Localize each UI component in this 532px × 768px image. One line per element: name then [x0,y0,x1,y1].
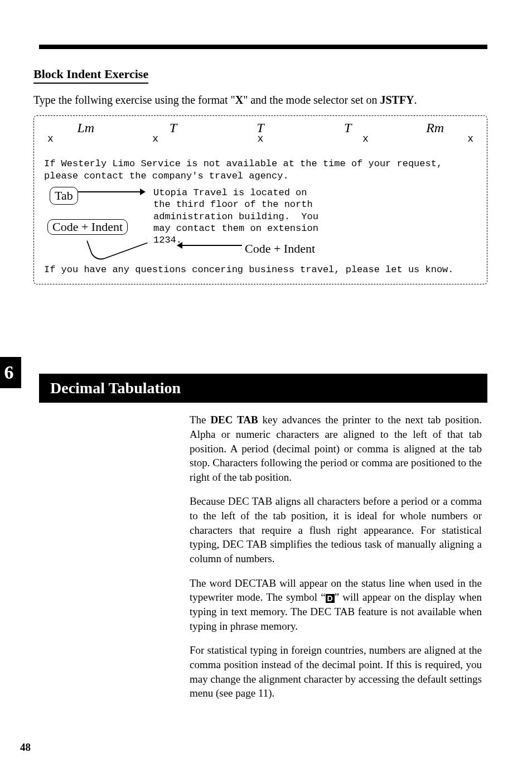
ruler-t1: T [170,120,177,135]
sample-para-1: If Westerly Limo Service is not availabl… [44,158,477,182]
intro-format-x: X [235,94,243,106]
page: Block Indent Exercise Type the follwing … [0,0,532,768]
section-heading: Decimal Tabulation [39,374,487,403]
ruler-x3: x [258,133,264,144]
arrow-right-icon [78,191,144,192]
chapter-tab: 6 [0,357,21,388]
intro-text-mid: " and the mode selector set on [243,94,380,106]
exercise-intro: Type the follwing exercise using the for… [33,94,487,107]
ruler-x1: x [47,133,54,144]
exercise-box: Lm T T T Rm x x x x x If Westerly Limo S… [33,115,487,284]
body-p3: The word DECTAB will appear on the statu… [190,576,482,634]
p1-dec-tab-bold: DEC TAB [210,414,258,426]
d-symbol-icon: D [326,594,335,603]
ruler-lm: Lm [77,120,94,135]
ruler-rm: Rm [426,120,444,135]
ruler-t3: T [344,120,351,135]
ruler-x2: x [152,133,158,144]
top-rule [39,45,487,49]
intro-text-end: . [414,94,417,106]
ruler-x5: x [467,133,473,144]
arrow-left-icon [178,245,242,246]
intro-text-pre: Type the follwing exercise using the for… [33,94,235,106]
body-column: The DEC TAB key advances the printer to … [190,413,482,701]
exercise-title: Block Indent Exercise [33,67,148,84]
annotated-block: Tab Code + Indent Utopia Travel is locat… [44,187,477,259]
body-p2: Because DEC TAB aligns all characters be… [190,494,482,566]
page-number: 48 [20,741,31,753]
ruler-x4: x [362,133,369,144]
intro-mode-bold: JSTFY [380,94,414,106]
sample-para-2: If you have any questions concering busi… [44,264,477,276]
code-indent-annotation-right: Code + Indent [245,241,315,256]
indented-sample-text: Utopia Travel is located on the third fl… [153,187,318,246]
body-p1: The DEC TAB key advances the printer to … [190,413,482,484]
body-p4: For statistical typing in foreign countr… [190,643,482,701]
tab-annotation: Tab [50,187,78,205]
p1-pre: The [190,414,210,426]
